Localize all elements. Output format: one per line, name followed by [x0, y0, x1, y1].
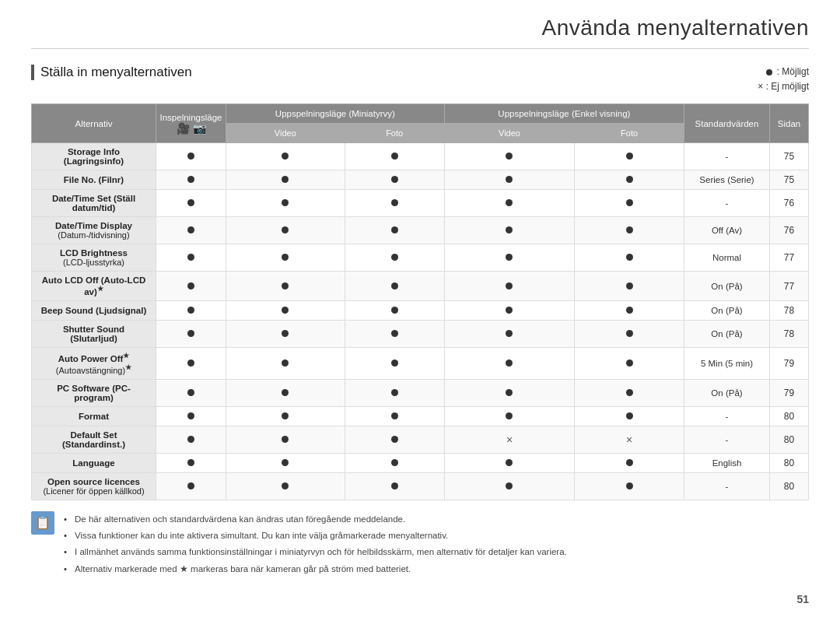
col-std: Standardvärden [684, 104, 770, 143]
legend: : Möjligt × : Ej möjligt [758, 65, 809, 94]
pm-foto-cell [345, 379, 444, 406]
pm-foto-cell [345, 348, 444, 380]
alt-name-cell: Open source licences(Licener för öppen k… [32, 472, 156, 500]
ps-video-cell [444, 301, 575, 321]
dot-icon [506, 389, 513, 396]
page-cell: 75 [770, 143, 809, 170]
dot-icon [506, 459, 513, 466]
page-cell: 76 [770, 190, 809, 217]
ps-foto-cell [575, 472, 684, 500]
ps-video-cell [444, 190, 575, 217]
ps-foto-cell: × [575, 426, 684, 453]
page-cell: 79 [770, 379, 809, 406]
record-label: Inspelningsläge [159, 113, 222, 122]
ps-video-cell [444, 244, 575, 272]
note-item: De här alternativen och standardvärdena … [64, 511, 567, 528]
pm-foto-cell [345, 406, 444, 426]
ps-foto-cell [575, 217, 684, 244]
dot-icon [187, 436, 194, 443]
pm-video-cell [226, 190, 345, 217]
ps-foto-cell [575, 321, 684, 348]
dot-icon [626, 307, 633, 314]
dot-icon [187, 153, 194, 160]
rec-cell [156, 348, 226, 380]
pm-video-cell [226, 244, 345, 272]
dot-icon [506, 153, 513, 160]
ps-video-cell [444, 379, 575, 406]
page-cell: 80 [770, 453, 809, 472]
possible-label: : Möjligt [777, 65, 809, 79]
std-cell: On (På) [684, 321, 770, 348]
dot-icon [391, 459, 398, 466]
table-row: PC Software (PC-program) On (På) 79 [32, 379, 809, 406]
ps-video-cell [444, 472, 575, 500]
dot-icon [626, 199, 633, 206]
table-row: Format - 80 [32, 406, 809, 426]
std-cell: - [684, 143, 770, 170]
dot-icon [626, 459, 633, 466]
pm-foto-cell [345, 301, 444, 321]
dot-icon [626, 153, 633, 160]
pm-video-cell [226, 379, 345, 406]
pm-foto-cell [345, 170, 444, 190]
alt-name-cell: Auto Power Off★(Autoavstängning)★ [32, 348, 156, 380]
ps-video-cell [444, 217, 575, 244]
dot-icon [391, 199, 398, 206]
table-row: Default Set (Standardinst.) × × - 80 [32, 426, 809, 453]
col-pm-video: Video [226, 124, 345, 143]
std-cell: Off (Av) [684, 217, 770, 244]
dot-icon [626, 282, 633, 289]
ps-foto-cell [575, 379, 684, 406]
alt-name-cell: Default Set (Standardinst.) [32, 426, 156, 453]
page-cell: 80 [770, 426, 809, 453]
dot-icon [282, 199, 289, 206]
rec-cell [156, 170, 226, 190]
dot-icon [391, 330, 398, 337]
alt-name-cell: Auto LCD Off (Auto-LCD av)★ [32, 272, 156, 301]
settings-table: Alternativ Inspelningsläge 🎥 📷 Uppspelni… [31, 103, 809, 500]
alt-name-cell: LCD Brightness(LCD-ljusstyrka) [32, 244, 156, 272]
dot-icon [391, 482, 398, 489]
dot-icon [187, 389, 194, 396]
ps-foto-cell [575, 170, 684, 190]
col-ps-video: Video [444, 124, 575, 143]
dot-icon [506, 307, 513, 314]
col-record: Inspelningsläge 🎥 📷 [156, 104, 226, 143]
pm-video-cell [226, 321, 345, 348]
cross-icon: × [506, 433, 513, 446]
col-alternativ: Alternativ [32, 104, 156, 143]
dot-icon [187, 226, 194, 233]
dot-icon [282, 389, 289, 396]
dot-icon [282, 330, 289, 337]
dot-icon [391, 360, 398, 367]
dot-icon [506, 282, 513, 289]
std-cell: - [684, 190, 770, 217]
rec-cell [156, 190, 226, 217]
dot-icon [391, 254, 398, 261]
dot-icon [282, 412, 289, 419]
pm-video-cell [226, 453, 345, 472]
std-cell: 5 Min (5 min) [684, 348, 770, 380]
ps-video-cell [444, 143, 575, 170]
alt-name-cell: Beep Sound (Ljudsignal) [32, 301, 156, 321]
ps-foto-cell [575, 190, 684, 217]
pm-foto-cell [345, 190, 444, 217]
std-cell: On (På) [684, 379, 770, 406]
dot-icon [187, 199, 194, 206]
dot-icon [282, 176, 289, 183]
alt-name-cell: Language [32, 453, 156, 472]
ps-foto-cell [575, 143, 684, 170]
alt-name-cell: Shutter Sound (Slutarljud) [32, 321, 156, 348]
pm-video-cell [226, 143, 345, 170]
rec-cell [156, 406, 226, 426]
table-row: LCD Brightness(LCD-ljusstyrka) Normal 77 [32, 244, 809, 272]
page-cell: 79 [770, 348, 809, 380]
notes-icon: 📋 [31, 511, 54, 535]
video-camera-icon: 🎥 [177, 122, 190, 135]
col-page: Sidan [770, 104, 809, 143]
rec-cell [156, 453, 226, 472]
dot-icon [282, 436, 289, 443]
ps-foto-cell [575, 272, 684, 301]
rec-cell [156, 379, 226, 406]
ps-foto-cell [575, 348, 684, 380]
